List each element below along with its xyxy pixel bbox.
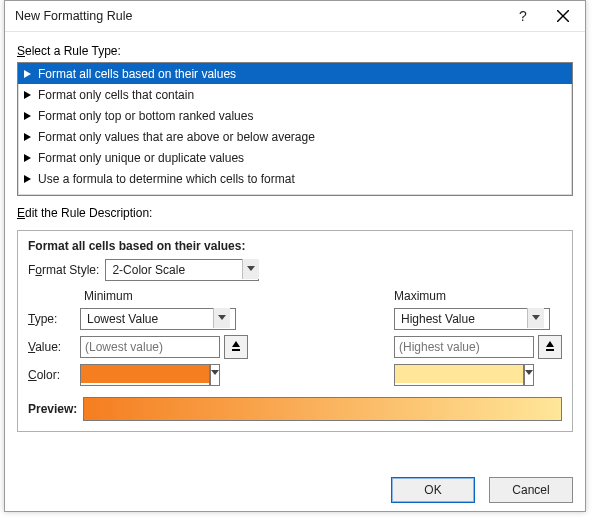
chevron-down-icon [210, 364, 220, 386]
svg-marker-8 [247, 266, 255, 271]
chevron-down-icon [242, 259, 259, 279]
type-label: Type: [28, 312, 80, 326]
select-rule-type-label: Select a Rule Type: [17, 44, 573, 58]
pointer-icon [24, 91, 32, 99]
help-button[interactable]: ? [503, 2, 543, 30]
min-type-select[interactable]: Lowest Value [80, 308, 230, 330]
svg-marker-9 [218, 315, 226, 320]
help-icon: ? [519, 8, 527, 24]
min-value-picker[interactable] [224, 335, 248, 359]
pointer-icon [24, 133, 32, 141]
svg-marker-12 [211, 370, 219, 375]
svg-marker-6 [24, 154, 31, 162]
new-formatting-rule-dialog: New Formatting Rule ? Select a Rule Type… [4, 0, 586, 512]
pointer-icon [24, 175, 32, 183]
value-label: Value: [28, 340, 80, 354]
dialog-title: New Formatting Rule [15, 9, 503, 23]
svg-marker-3 [24, 91, 31, 99]
chevron-down-icon [524, 364, 534, 386]
dialog-footer: OK Cancel [5, 467, 585, 511]
min-value-input[interactable] [80, 336, 220, 358]
chevron-down-icon [213, 308, 230, 328]
max-color-select[interactable] [394, 364, 534, 386]
preview-label: Preview: [28, 402, 77, 416]
rule-type-list[interactable]: Format all cells based on their values F… [17, 62, 573, 196]
max-value-input[interactable] [394, 336, 534, 358]
cancel-button[interactable]: Cancel [489, 477, 573, 503]
min-color-select[interactable] [80, 364, 220, 386]
rule-type-item[interactable]: Format only values that are above or bel… [18, 126, 572, 147]
svg-marker-15 [546, 341, 554, 347]
format-style-value: 2-Color Scale [112, 263, 185, 277]
rule-description-group: Format all cells based on their values: … [17, 230, 573, 432]
ok-button[interactable]: OK [391, 477, 475, 503]
collapse-dialog-icon [231, 341, 241, 353]
svg-marker-5 [24, 133, 31, 141]
maximum-label: Maximum [394, 289, 562, 303]
rule-type-text: Format only cells that contain [38, 88, 194, 102]
rule-type-text: Format only unique or duplicate values [38, 151, 244, 165]
max-type-value: Highest Value [401, 312, 475, 326]
svg-rect-14 [546, 349, 554, 351]
pointer-icon [24, 70, 32, 78]
svg-rect-10 [232, 349, 240, 351]
svg-marker-4 [24, 112, 31, 120]
min-type-value: Lowest Value [87, 312, 158, 326]
rule-type-text: Format only top or bottom ranked values [38, 109, 253, 123]
rule-type-item[interactable]: Format only unique or duplicate values [18, 147, 572, 168]
format-style-select[interactable]: 2-Color Scale [105, 259, 259, 281]
preview-gradient [83, 397, 562, 421]
rule-type-text: Format all cells based on their values [38, 67, 236, 81]
rule-type-item[interactable]: Use a formula to determine which cells t… [18, 168, 572, 189]
close-button[interactable] [543, 2, 583, 30]
svg-marker-11 [232, 341, 240, 347]
group-heading: Format all cells based on their values: [28, 239, 562, 253]
title-bar: New Formatting Rule ? [5, 1, 585, 32]
collapse-dialog-icon [545, 341, 555, 353]
format-style-label: Format Style: [28, 263, 99, 277]
rule-type-text: Format only values that are above or bel… [38, 130, 315, 144]
svg-marker-13 [532, 315, 540, 320]
chevron-down-icon [527, 308, 544, 328]
rule-type-item[interactable]: Format all cells based on their values [18, 63, 572, 84]
max-type-select[interactable]: Highest Value [394, 308, 544, 330]
minimum-label: Minimum [84, 289, 248, 303]
max-value-picker[interactable] [538, 335, 562, 359]
rule-type-item[interactable]: Format only top or bottom ranked values [18, 105, 572, 126]
svg-marker-7 [24, 175, 31, 183]
pointer-icon [24, 112, 32, 120]
rule-type-item[interactable]: Format only cells that contain [18, 84, 572, 105]
rule-type-text: Use a formula to determine which cells t… [38, 172, 295, 186]
edit-rule-description-label: Edit the Rule Description: [17, 206, 573, 220]
svg-marker-2 [24, 70, 31, 78]
color-label: Color: [28, 368, 80, 382]
svg-marker-16 [525, 370, 533, 375]
pointer-icon [24, 154, 32, 162]
close-icon [557, 10, 569, 22]
